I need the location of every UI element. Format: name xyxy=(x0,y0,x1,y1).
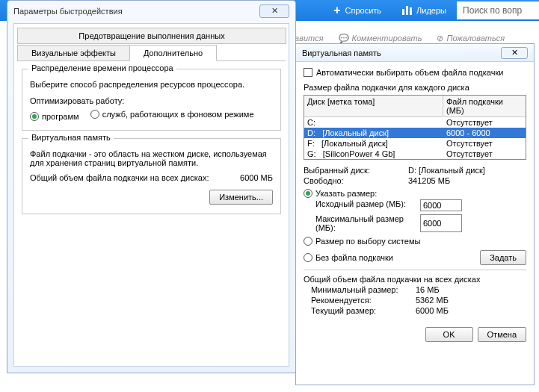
drive-row[interactable]: C: Отсутствует xyxy=(304,117,526,128)
tab-advanced[interactable]: Дополнительно xyxy=(129,45,217,61)
col-drive: Диск [метка тома] xyxy=(304,96,443,116)
cur-size-label: Текущий размер: xyxy=(311,306,416,315)
set-button[interactable]: Задать xyxy=(480,250,526,265)
col-size: Файл подкачки (МБ) xyxy=(443,96,526,116)
dialog-title: Параметры быстродействия xyxy=(13,7,123,16)
performance-options-dialog: Параметры быстродействия ✕ Предотвращени… xyxy=(7,0,296,373)
drive-list[interactable]: Диск [метка тома]Файл подкачки (МБ) C: О… xyxy=(304,95,526,160)
initial-size-input[interactable] xyxy=(420,199,462,211)
tab-dep[interactable]: Предотвращение выполнения данных xyxy=(17,28,286,44)
search-input[interactable]: Поиск по вопр xyxy=(457,1,539,19)
virtual-memory-group: Виртуальная память Файл подкачки - это о… xyxy=(22,138,281,214)
auto-manage-checkbox[interactable]: Автоматически выбирать объем файла подка… xyxy=(304,68,503,77)
dialog-titlebar: Виртуальная память ✕ xyxy=(296,44,534,62)
radio-custom-size[interactable]: Указать размер: xyxy=(304,189,377,198)
dialog-titlebar: Параметры быстродействия ✕ xyxy=(7,1,295,22)
max-size-label: Максимальный размер (МБ): xyxy=(315,214,420,232)
bars-icon xyxy=(402,6,412,15)
virtual-memory-dialog: Виртуальная память ✕ Автоматически выбир… xyxy=(295,43,535,385)
free-space-label: Свободно: xyxy=(304,176,408,185)
comment-button[interactable]: 💬 Комментировать xyxy=(339,34,422,43)
size-each-label: Размер файла подкачки для каждого диска xyxy=(304,83,526,92)
selected-drive-label: Выбранный диск: xyxy=(304,166,408,175)
selected-drive-value: D: [Локальный диск] xyxy=(408,166,485,175)
vm-description: Файл подкачки - это область на жестком д… xyxy=(30,149,273,167)
tab-visual-effects[interactable]: Визуальные эффекты xyxy=(17,45,130,61)
group-description: Выберите способ распределения ресурсов п… xyxy=(30,80,273,89)
dialog-title: Виртуальная память xyxy=(302,49,381,57)
min-size-label: Минимальный размер: xyxy=(311,285,416,294)
total-legend: Общий объем файла подкачки на всех диска… xyxy=(304,275,526,284)
radio-no-paging[interactable]: Без файла подкачки xyxy=(304,253,393,262)
report-button[interactable]: ⊘ Пожаловаться xyxy=(437,34,505,43)
cancel-button[interactable]: Отмена xyxy=(478,327,526,342)
radio-services[interactable]: служб, работающих в фоновом режиме xyxy=(90,110,254,119)
cur-size-value: 6000 МБ xyxy=(416,306,449,315)
radio-system-size[interactable]: Размер по выбору системы xyxy=(304,237,420,246)
drive-row[interactable]: F: [Локальный диск]Отсутствует xyxy=(304,138,526,149)
ask-button[interactable]: +Спросить xyxy=(323,0,392,21)
group-legend: Распределение времени процессора xyxy=(28,63,176,72)
drive-row[interactable]: G: [SiliconPower 4 Gb]Отсутствует xyxy=(304,149,526,159)
min-size-value: 16 МБ xyxy=(416,285,440,294)
leaders-button[interactable]: Лидеры xyxy=(392,0,457,21)
close-icon[interactable]: ✕ xyxy=(259,4,289,18)
vm-total-label: Общий объем файла подкачки на всех диска… xyxy=(30,173,240,182)
rec-size-label: Рекомендуется: xyxy=(311,296,416,305)
change-button[interactable]: Изменить... xyxy=(209,190,273,205)
ok-button[interactable]: OK xyxy=(425,327,473,342)
optimize-label: Оптимизировать работу: xyxy=(30,96,273,105)
close-icon[interactable]: ✕ xyxy=(501,47,528,59)
max-size-input[interactable] xyxy=(420,214,462,232)
group-legend: Виртуальная память xyxy=(28,133,114,142)
radio-programs[interactable]: программ xyxy=(30,112,79,121)
initial-size-label: Исходный размер (МБ): xyxy=(315,199,420,211)
vm-total-value: 6000 МБ xyxy=(240,173,273,182)
processor-scheduling-group: Распределение времени процессора Выберит… xyxy=(22,69,281,131)
drive-row[interactable]: D: [Локальный диск]6000 - 6000 xyxy=(304,128,526,138)
rec-size-value: 5362 МБ xyxy=(416,296,449,305)
plus-icon: + xyxy=(333,4,340,17)
free-space-value: 341205 МБ xyxy=(408,176,450,185)
